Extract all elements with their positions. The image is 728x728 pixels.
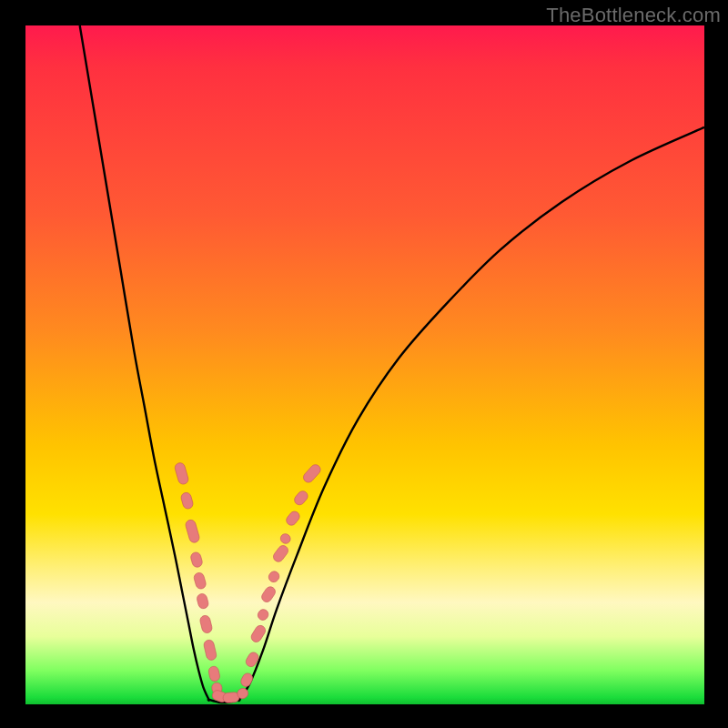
data-marker xyxy=(267,570,281,584)
data-marker xyxy=(278,531,292,545)
curve-layer xyxy=(80,25,704,703)
data-marker xyxy=(185,519,201,543)
data-marker xyxy=(196,592,209,610)
outer-frame: TheBottleneck.com xyxy=(0,0,728,728)
chart-svg xyxy=(25,25,704,704)
data-marker xyxy=(256,608,270,622)
bottleneck-curve xyxy=(80,25,704,703)
data-marker xyxy=(193,571,207,590)
data-marker xyxy=(239,672,255,688)
marker-layer xyxy=(174,461,322,703)
data-marker xyxy=(174,461,189,485)
data-marker xyxy=(284,510,301,528)
data-marker xyxy=(199,614,213,633)
data-marker xyxy=(189,551,203,569)
data-marker xyxy=(260,585,278,604)
watermark-text: TheBottleneck.com xyxy=(546,4,721,27)
plot-area xyxy=(25,25,704,704)
data-marker xyxy=(292,489,309,507)
data-marker xyxy=(301,462,322,484)
data-marker xyxy=(207,665,220,682)
data-marker xyxy=(180,491,195,510)
data-marker xyxy=(203,639,217,661)
data-marker xyxy=(271,543,289,563)
data-marker xyxy=(249,623,268,643)
